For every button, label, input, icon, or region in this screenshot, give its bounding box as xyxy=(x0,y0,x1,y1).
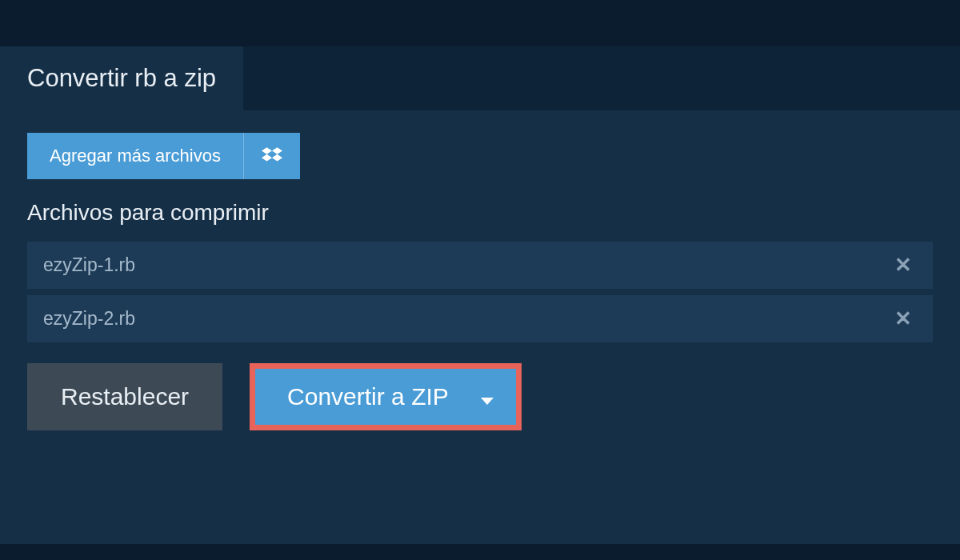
dropbox-icon xyxy=(262,146,282,166)
bottom-bar xyxy=(0,544,960,560)
tab-convert[interactable]: Convertir rb a zip xyxy=(0,46,243,110)
convert-button-highlight: Convertir a ZIP xyxy=(250,363,522,430)
convert-button[interactable]: Convertir a ZIP xyxy=(255,369,516,425)
close-icon[interactable]: ✕ xyxy=(890,253,917,278)
button-row: Restablecer Convertir a ZIP xyxy=(27,363,933,430)
add-files-label: Agregar más archivos xyxy=(27,133,243,179)
dropbox-icon-box[interactable] xyxy=(243,133,300,179)
file-row: ezyZip-2.rb ✕ xyxy=(27,295,933,342)
file-row: ezyZip-1.rb ✕ xyxy=(27,242,933,289)
reset-button[interactable]: Restablecer xyxy=(27,363,222,430)
convert-dropdown-toggle[interactable] xyxy=(476,369,516,425)
file-list: ezyZip-1.rb ✕ ezyZip-2.rb ✕ xyxy=(27,242,933,342)
reset-label: Restablecer xyxy=(61,383,189,410)
convert-label: Convertir a ZIP xyxy=(255,369,476,425)
add-files-button[interactable]: Agregar más archivos xyxy=(27,133,300,179)
close-icon[interactable]: ✕ xyxy=(890,306,917,331)
tab-title: Convertir rb a zip xyxy=(27,64,216,92)
files-heading: Archivos para comprimir xyxy=(27,200,933,226)
content-area: Convertir rb a zip Agregar más archivos … xyxy=(0,46,960,560)
page-header xyxy=(0,0,960,46)
caret-down-icon xyxy=(481,398,494,405)
main-content: Agregar más archivos Archivos para compr… xyxy=(0,110,960,560)
file-name: ezyZip-1.rb xyxy=(43,254,135,276)
file-name: ezyZip-2.rb xyxy=(43,308,135,330)
